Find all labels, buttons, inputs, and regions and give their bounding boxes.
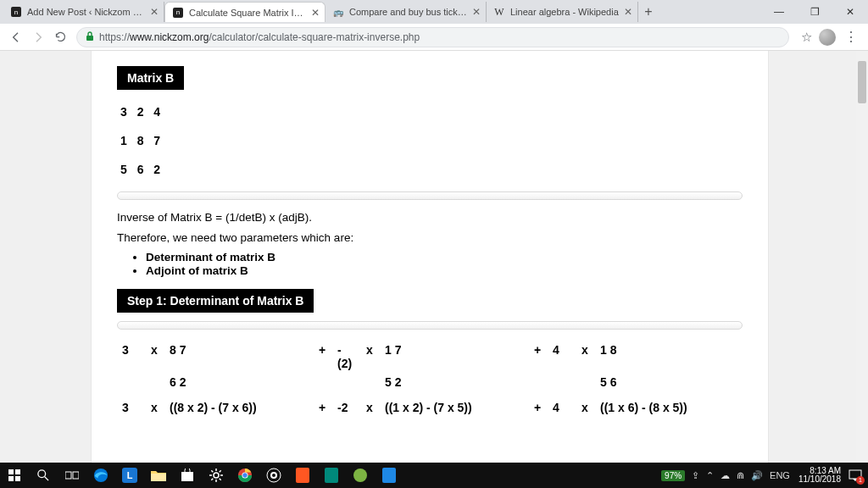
matrix-b-values: 3 2 4 1 8 7 5 6 2 <box>120 105 743 176</box>
tab-add-new-post[interactable]: n Add New Post ‹ Nickzom Blog — ✕ <box>3 2 164 22</box>
minor-top: 1 7 <box>381 341 526 372</box>
tab-bus-tickets[interactable]: 🚌 Compare and buy bus tickets on ✕ <box>326 2 487 22</box>
chrome-icon[interactable] <box>231 463 259 488</box>
scrollbar-thumb[interactable] <box>858 61 866 103</box>
notification-badge: 1 <box>856 476 865 485</box>
scrollbar-rail[interactable] <box>856 51 868 463</box>
svg-rect-4 <box>15 476 20 481</box>
url-host: www.nickzom.org <box>130 31 209 43</box>
list-item: Adjoint of matrix B <box>146 264 743 277</box>
svg-rect-7 <box>65 472 71 479</box>
edge-icon[interactable] <box>86 463 115 488</box>
windows-taskbar: L 97% ⇪ ⌃ ☁ ⋒ 🔊 ENG 8:13 AM 11/10/2018 1 <box>0 463 868 488</box>
svg-rect-22 <box>325 468 338 483</box>
settings-icon[interactable] <box>202 463 231 488</box>
coef: -2 <box>334 399 358 416</box>
close-window-button[interactable]: ✕ <box>832 0 868 24</box>
new-tab-button[interactable]: + <box>638 4 659 19</box>
tab-strip: n Add New Post ‹ Nickzom Blog — ✕ n Calc… <box>0 0 868 24</box>
svg-rect-8 <box>73 472 79 479</box>
lock-icon <box>86 31 94 43</box>
window-controls: — ❐ ✕ <box>761 0 868 24</box>
tab-calculate-matrix-inverse[interactable]: n Calculate Square Matrix Inverse ✕ <box>164 2 326 22</box>
chevron-up-icon[interactable]: ⌃ <box>706 470 714 481</box>
address-bar: https://www.nickzom.org/calculator/calcu… <box>0 24 868 51</box>
matrix-row-1: 3 2 4 <box>120 105 743 119</box>
plus: + <box>312 341 332 372</box>
file-explorer-icon[interactable] <box>144 463 173 488</box>
times: x <box>359 399 380 416</box>
task-view-button[interactable] <box>58 463 86 488</box>
volume-icon[interactable]: 🔊 <box>751 470 763 481</box>
wifi-icon[interactable]: ⋒ <box>737 470 744 481</box>
bookmark-star-icon[interactable]: ☆ <box>801 30 812 45</box>
battery-indicator[interactable]: 97% <box>661 470 685 481</box>
svg-point-14 <box>214 473 219 478</box>
expanded: ((1 x 2) - (7 x 5)) <box>381 399 526 416</box>
matrix-b-heading: Matrix B <box>117 66 184 90</box>
svg-line-6 <box>45 477 48 480</box>
svg-rect-12 <box>151 474 166 481</box>
close-icon[interactable]: ✕ <box>311 8 320 18</box>
browser-menu-icon[interactable]: ⋮ <box>844 29 858 45</box>
app-icon[interactable] <box>317 463 346 488</box>
reload-button[interactable] <box>49 26 71 48</box>
language-indicator[interactable]: ENG <box>770 470 790 480</box>
app-icon[interactable] <box>346 463 375 488</box>
usb-icon[interactable]: ⇪ <box>692 470 699 481</box>
url-prefix: https:// <box>99 31 130 43</box>
page-viewport: Matrix B 3 2 4 1 8 7 5 6 2 Inverse of Ma… <box>0 51 868 463</box>
search-button[interactable] <box>29 463 58 488</box>
svg-rect-1 <box>8 469 14 474</box>
minor-bottom: 6 2 <box>166 374 310 391</box>
minor-top: 8 7 <box>166 341 310 372</box>
parameters-list: Determinant of matrix B Adjoint of matri… <box>146 251 743 277</box>
close-icon[interactable]: ✕ <box>472 7 481 17</box>
minimize-button[interactable]: — <box>761 0 797 24</box>
expanded: ((8 x 2) - (7 x 6)) <box>166 399 310 416</box>
plus: + <box>527 341 548 372</box>
coef: 4 <box>549 399 573 416</box>
nickzom-favicon: n <box>172 7 184 19</box>
times: x <box>575 399 595 416</box>
system-tray: 97% ⇪ ⌃ ☁ ⋒ 🔊 ENG 8:13 AM 11/10/2018 1 <box>661 463 868 488</box>
profile-avatar[interactable] <box>819 29 836 46</box>
forward-button[interactable] <box>27 26 49 48</box>
tab-title: Add New Post ‹ Nickzom Blog — <box>27 7 145 17</box>
step1-heading: Step 1: Determinant of Matrix B <box>117 289 314 313</box>
svg-point-18 <box>242 473 247 477</box>
times: x <box>144 341 164 372</box>
app-icon[interactable]: L <box>115 463 144 488</box>
tab-wikipedia[interactable]: W Linear algebra - Wikipedia ✕ <box>487 2 638 22</box>
svg-point-5 <box>38 470 46 478</box>
coef: 3 <box>119 399 142 416</box>
svg-text:L: L <box>127 470 133 480</box>
coef: 3 <box>119 341 142 372</box>
close-icon[interactable]: ✕ <box>150 7 159 17</box>
app-icon[interactable] <box>259 463 288 488</box>
clock[interactable]: 8:13 AM 11/10/2018 <box>798 467 841 485</box>
matrix-row-2: 1 8 7 <box>120 134 743 147</box>
close-icon[interactable]: ✕ <box>624 7 632 17</box>
divider-bar <box>117 321 743 330</box>
start-button[interactable] <box>0 463 29 488</box>
plus: + <box>527 399 548 416</box>
app-icon[interactable] <box>375 463 403 488</box>
tab-title: Linear algebra - Wikipedia <box>510 7 619 17</box>
svg-rect-2 <box>15 469 20 474</box>
app-icon[interactable] <box>288 463 317 488</box>
matrix-row-3: 5 6 2 <box>120 163 743 176</box>
cloud-icon[interactable]: ☁ <box>721 470 730 481</box>
nickzom-favicon: n <box>10 6 22 18</box>
clock-date: 11/10/2018 <box>798 475 841 485</box>
times: x <box>575 341 595 372</box>
minor-bottom: 5 2 <box>381 374 526 391</box>
svg-rect-13 <box>181 472 193 481</box>
url-input[interactable]: https://www.nickzom.org/calculator/calcu… <box>76 27 789 47</box>
back-button[interactable] <box>5 26 27 48</box>
store-icon[interactable] <box>173 463 202 488</box>
maximize-button[interactable]: ❐ <box>797 0 832 24</box>
inverse-formula-text: Inverse of Matrix B = (1/detB) x (adjB). <box>117 210 743 225</box>
action-center-icon[interactable]: 1 <box>846 466 865 485</box>
determinant-expansion: 3 x 8 7 + -(2) x 1 7 + 4 x 1 8 6 2 5 2 5… <box>117 340 743 418</box>
